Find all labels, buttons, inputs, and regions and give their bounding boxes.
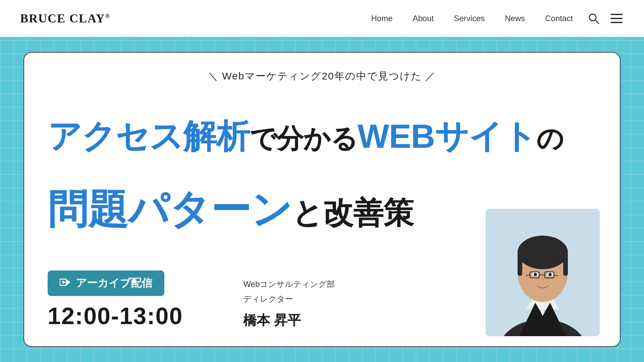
search-icon[interactable]	[586, 11, 601, 26]
title-black1: で分かる	[250, 124, 358, 154]
title-black2: の	[536, 124, 564, 154]
presenter-name: 橋本 昇平	[243, 311, 335, 329]
archive-badge[interactable]: アーカイブ配信	[48, 270, 164, 296]
subtitle-main: Webマーケティング20年の中で見つけた	[222, 70, 422, 81]
title-blue2: WEBサイト	[358, 117, 536, 155]
title-line2-blue: 問題パターン	[48, 187, 292, 232]
svg-rect-15	[563, 252, 568, 276]
svg-point-18	[534, 273, 537, 276]
archive-label: アーカイブ配信	[76, 276, 152, 291]
menu-icon[interactable]	[609, 11, 624, 26]
title-line2-black: と改善策	[292, 196, 414, 230]
time-text: 12:00-13:00	[48, 303, 183, 329]
presenter-dept-line1: Webコンサルティング部	[243, 278, 335, 290]
svg-line-1	[595, 20, 599, 23]
person-photo	[486, 209, 600, 336]
nav-about[interactable]: About	[413, 14, 434, 23]
navbar: Bruce Clay® Home About Services News Con…	[0, 0, 644, 37]
video-icon	[60, 278, 70, 289]
svg-rect-14	[518, 252, 522, 276]
nav-icons	[586, 11, 624, 26]
svg-rect-2	[610, 14, 623, 15]
nav-contact[interactable]: Contact	[545, 14, 573, 23]
svg-point-13	[518, 236, 568, 269]
presenter-info: Webコンサルティング部 ディレクター 橋本 昇平	[243, 278, 335, 329]
main-content: ＼ Webマーケティング20年の中で見つけた ／ アクセス解析で分かるWEBサイ…	[0, 37, 644, 362]
svg-rect-3	[610, 18, 623, 19]
logo-registered: ®	[105, 13, 110, 19]
nav-links: Home About Services News Contact	[371, 14, 573, 23]
logo-text: Bruce Clay	[20, 12, 105, 25]
card-subtitle: ＼ Webマーケティング20年の中で見つけた ／	[48, 69, 596, 83]
nav-services[interactable]: Services	[454, 14, 485, 23]
hero-card: ＼ Webマーケティング20年の中で見つけた ／ アクセス解析で分かるWEBサイ…	[23, 52, 621, 347]
subtitle-suffix: ／	[425, 70, 436, 81]
svg-point-19	[548, 273, 552, 276]
title-blue1: アクセス解析	[48, 117, 250, 155]
nav-home[interactable]: Home	[371, 14, 392, 23]
card-title-line1: アクセス解析で分かるWEBサイトの	[48, 118, 596, 155]
logo[interactable]: Bruce Clay®	[20, 11, 110, 25]
left-info: アーカイブ配信 12:00-13:00	[48, 270, 183, 329]
svg-marker-6	[66, 279, 70, 285]
subtitle-prefix: ＼	[208, 70, 219, 81]
nav-news[interactable]: News	[505, 14, 525, 23]
presenter-dept-line2: ディレクター	[243, 293, 335, 305]
svg-rect-4	[610, 22, 623, 23]
